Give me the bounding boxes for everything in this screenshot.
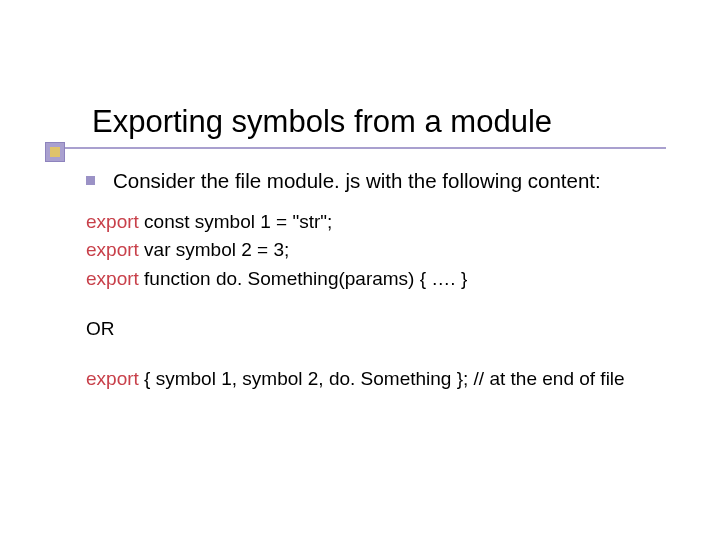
bullet-square-icon (86, 176, 95, 185)
slide-title: Exporting symbols from a module (92, 104, 552, 140)
code-line-1: export const symbol 1 = "str"; (86, 208, 686, 237)
export-keyword: export (86, 239, 139, 260)
code-line-named-export: export { symbol 1, symbol 2, do. Somethi… (86, 365, 686, 393)
bullet-text: Consider the file module. js with the fo… (113, 166, 601, 196)
export-keyword: export (86, 268, 139, 289)
title-decor-inner (50, 147, 60, 157)
bullet-row: Consider the file module. js with the fo… (86, 166, 686, 196)
code-rest: var symbol 2 = 3; (139, 239, 289, 260)
slide-body: Consider the file module. js with the fo… (86, 166, 686, 392)
code-rest: function do. Something(params) { …. } (139, 268, 467, 289)
code-rest: { symbol 1, symbol 2, do. Something }; /… (139, 368, 625, 389)
code-line-2: export var symbol 2 = 3; (86, 236, 686, 265)
title-underline (46, 147, 666, 149)
code-line-3: export function do. Something(params) { … (86, 265, 686, 294)
code-block-inline-exports: export const symbol 1 = "str"; export va… (86, 208, 686, 294)
slide: Exporting symbols from a module Consider… (0, 0, 720, 540)
export-keyword: export (86, 211, 139, 232)
code-rest: const symbol 1 = "str"; (139, 211, 333, 232)
or-separator: OR (86, 315, 686, 343)
export-keyword: export (86, 368, 139, 389)
